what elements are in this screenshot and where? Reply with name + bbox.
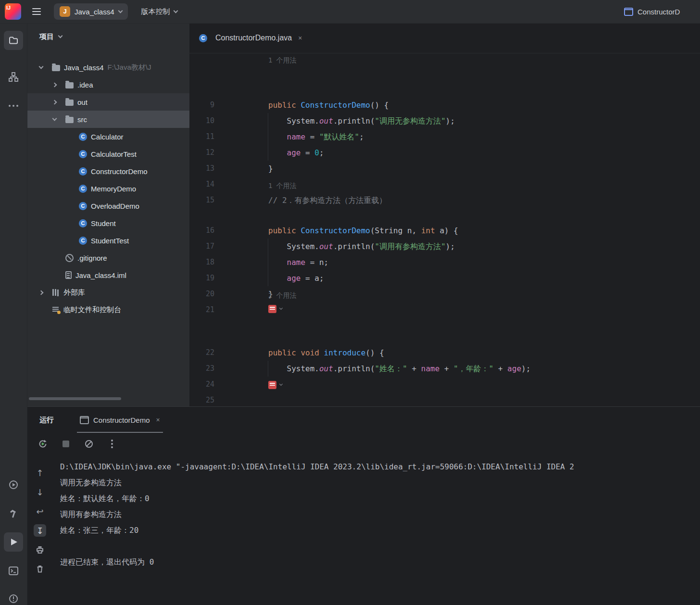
- line-number[interactable]: 18: [189, 254, 214, 270]
- tree-item-label: Java_class4: [64, 63, 104, 72]
- line-number[interactable]: 11: [189, 129, 214, 145]
- vcs-selector[interactable]: 版本控制: [141, 7, 177, 16]
- clear-console-button[interactable]: [34, 563, 46, 575]
- chevron-down-icon: [173, 9, 178, 13]
- tree-item-label: src: [77, 115, 87, 124]
- tree-item[interactable]: .idea: [27, 76, 189, 93]
- code-line: 15// 2．有参构造方法（方法重载）: [189, 192, 700, 208]
- tree-item-label: Student: [91, 219, 116, 227]
- tree-item[interactable]: Java_class4F:\Java教材\J: [27, 59, 189, 76]
- vcs-label: 版本控制: [141, 7, 170, 16]
- close-tab-icon[interactable]: ×: [156, 416, 160, 424]
- project-badge-icon: J: [60, 6, 70, 17]
- run-config-selector[interactable]: ConstructorD: [624, 0, 700, 23]
- stop-button[interactable]: [61, 439, 71, 449]
- code-line: 9public ConstructorDemo() {: [189, 97, 700, 113]
- folder-icon: [65, 100, 74, 106]
- usage-hint[interactable]: 2 个用法: [189, 288, 700, 302]
- red-badge-icon[interactable]: [268, 381, 276, 389]
- file-icon: [65, 271, 72, 279]
- print-button[interactable]: [34, 543, 46, 556]
- services-toolwindow-button[interactable]: [4, 475, 23, 494]
- more-options-button[interactable]: [107, 439, 117, 449]
- editor-tab-label: ConstructorDemo.java: [215, 34, 292, 42]
- line-number[interactable]: 12: [189, 145, 214, 161]
- chevron-down-icon[interactable]: [279, 306, 283, 310]
- clear-output-button[interactable]: [84, 439, 94, 449]
- console-line: 姓名：张三，年龄：20: [60, 522, 700, 538]
- line-number[interactable]: 25: [189, 392, 214, 406]
- project-selector[interactable]: J Java_class4: [54, 3, 128, 20]
- tree-item[interactable]: CStudent: [27, 214, 189, 232]
- code-editor[interactable]: 1 个用法9public ConstructorDemo() {10 Syste…: [189, 53, 700, 406]
- console-line: 姓名：默认姓名，年龄：0: [60, 491, 700, 506]
- usage-hint-label: 1 个用法: [268, 53, 297, 67]
- class-icon: C: [79, 150, 87, 158]
- usage-hint[interactable]: 1 个用法: [189, 178, 700, 193]
- console-line: [60, 538, 700, 554]
- rerun-icon: [38, 439, 48, 449]
- line-number[interactable]: 10: [189, 113, 214, 129]
- tree-item[interactable]: CCalculator: [27, 128, 189, 145]
- close-tab-icon[interactable]: ×: [298, 34, 302, 42]
- red-badge-icon[interactable]: [268, 305, 276, 313]
- soft-wrap-button[interactable]: ↩: [34, 505, 46, 517]
- tree-item[interactable]: COverloadDemo: [27, 197, 189, 214]
- annotation-line: [189, 302, 700, 315]
- tree-item[interactable]: CCalculatorTest: [27, 145, 189, 163]
- problems-toolwindow-button[interactable]: [4, 589, 23, 605]
- run-config-label: ConstructorD: [638, 8, 680, 16]
- line-number[interactable]: 9: [189, 97, 214, 113]
- tree-item[interactable]: out: [27, 93, 189, 111]
- chevron-down-icon[interactable]: [279, 382, 283, 386]
- code-line: 16public ConstructorDemo(String n, int a…: [189, 223, 700, 239]
- ignore-icon: [65, 254, 74, 262]
- scroll-to-bottom-button[interactable]: ↓: [34, 486, 46, 498]
- project-panel-header[interactable]: 项目: [27, 23, 189, 50]
- more-toolwindows-button[interactable]: [4, 96, 23, 115]
- run-toolwindow-button[interactable]: [4, 532, 23, 552]
- library-icon: [52, 289, 60, 296]
- terminal-toolwindow-button[interactable]: [4, 561, 23, 580]
- class-icon: C: [79, 237, 87, 245]
- left-tool-strip: [0, 23, 27, 605]
- horizontal-scrollbar[interactable]: [29, 397, 121, 400]
- run-tab[interactable]: ConstructorDemo ×: [75, 407, 165, 433]
- tree-item[interactable]: CConstructorDemo: [27, 163, 189, 180]
- console-output[interactable]: D:\IDEA\JDK\bin\java.exe "-javaagent:D:\…: [53, 455, 700, 605]
- class-icon: C: [79, 133, 87, 141]
- folder-icon: [8, 35, 19, 46]
- tree-item-label: MemoryDemo: [91, 185, 136, 193]
- scroll-to-end-button[interactable]: ↧: [34, 524, 46, 537]
- project-folder-icon: [52, 65, 60, 71]
- class-icon: C: [199, 34, 207, 42]
- project-toolwindow-button[interactable]: [4, 31, 23, 50]
- tree-item-label: ConstructorDemo: [91, 167, 148, 176]
- code-line: 13}: [189, 161, 700, 176]
- tree-item[interactable]: .gitignore: [27, 249, 189, 266]
- line-number[interactable]: 17: [189, 239, 214, 254]
- run-panel-header: 运行 ConstructorDemo ×: [27, 407, 700, 433]
- app-logo-icon[interactable]: IJ: [5, 3, 21, 20]
- tree-item[interactable]: CStudentTest: [27, 232, 189, 249]
- line-number[interactable]: 16: [189, 223, 214, 239]
- tree-item-label: Calculator: [91, 133, 124, 141]
- line-number[interactable]: 19: [189, 270, 214, 286]
- line-number[interactable]: 15: [189, 192, 214, 208]
- tree-item[interactable]: src: [27, 111, 189, 128]
- tree-item[interactable]: 临时文件和控制台: [27, 301, 189, 318]
- main-menu-button[interactable]: [27, 2, 46, 21]
- usage-hint[interactable]: 1 个用法: [189, 53, 700, 67]
- line-number[interactable]: 22: [189, 345, 214, 361]
- structure-toolwindow-button[interactable]: [4, 67, 23, 87]
- class-icon: C: [79, 202, 87, 210]
- tree-item[interactable]: CMemoryDemo: [27, 180, 189, 197]
- rerun-button[interactable]: [38, 439, 48, 449]
- line-number[interactable]: 23: [189, 361, 214, 377]
- tree-item[interactable]: Java_class4.iml: [27, 266, 189, 284]
- build-toolwindow-button[interactable]: [4, 504, 23, 523]
- scroll-to-top-button[interactable]: ↑: [34, 466, 46, 479]
- tree-item[interactable]: 外部库: [27, 284, 189, 301]
- line-number[interactable]: 13: [189, 161, 214, 176]
- editor-tab[interactable]: C ConstructorDemo.java ×: [189, 23, 309, 53]
